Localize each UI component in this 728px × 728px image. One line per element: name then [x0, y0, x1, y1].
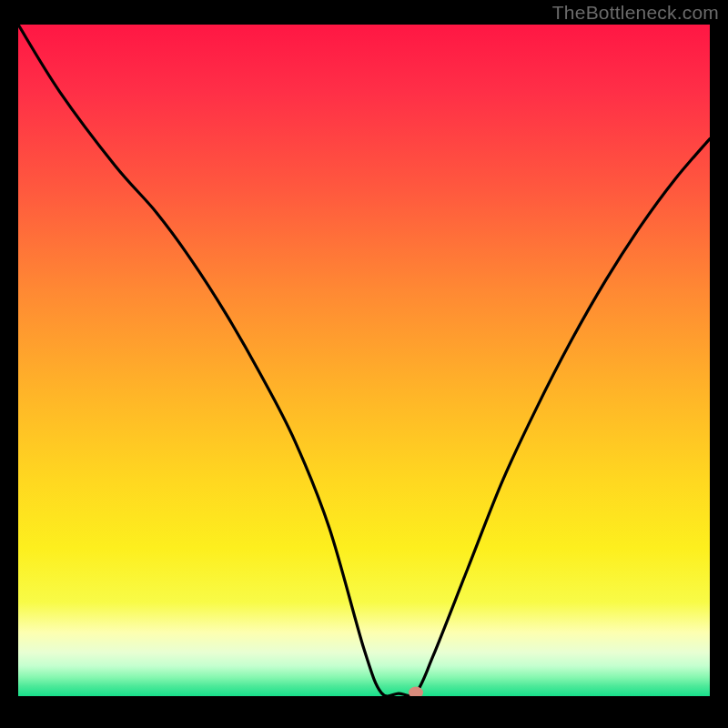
plot-outer	[18, 25, 710, 710]
chart-frame: TheBottleneck.com	[0, 0, 728, 728]
bottleneck-curve	[18, 25, 710, 696]
balance-point-marker	[409, 687, 423, 696]
watermark-text: TheBottleneck.com	[552, 2, 719, 24]
plot-area	[18, 25, 710, 696]
